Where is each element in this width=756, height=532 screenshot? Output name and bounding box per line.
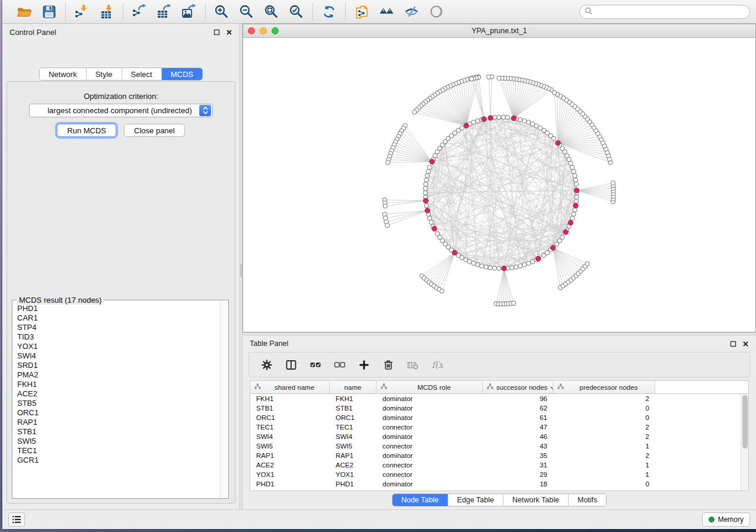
column-header-name[interactable]: name [330, 381, 377, 393]
column-header-MCDS-role[interactable]: MCDS role [377, 381, 483, 393]
window-maximize-button[interactable] [272, 27, 279, 34]
zoom-fit-icon[interactable] [263, 4, 280, 20]
tab-edge-table[interactable]: Edge Table [448, 494, 503, 506]
optimization-criterion-dropdown[interactable]: largest connected component (undirected) [29, 104, 213, 117]
show-graphics-details-icon[interactable] [428, 4, 445, 20]
hide-graphics-details-icon[interactable] [403, 4, 420, 20]
table-row-RAP1[interactable]: RAP1RAP1dominator352 [250, 451, 741, 460]
deselect-all-icon[interactable] [333, 358, 347, 372]
mcds-node[interactable] [452, 250, 458, 255]
mcds-node[interactable] [425, 208, 430, 213]
tab-network[interactable]: Network [40, 68, 87, 80]
mcds-result-item[interactable]: STB1 [17, 427, 220, 437]
mcds-node[interactable] [563, 230, 569, 235]
mcds-node[interactable] [556, 140, 561, 146]
tab-mcds[interactable]: MCDS [162, 68, 202, 80]
open-folder-icon[interactable] [16, 4, 33, 20]
table-row-SWI4[interactable]: SWI4SWI4dominator462 [250, 432, 741, 441]
zoom-out-icon[interactable] [238, 4, 255, 20]
export-network-icon[interactable] [131, 4, 148, 20]
mcds-result-item[interactable]: ACE2 [17, 389, 220, 399]
mcds-node[interactable] [568, 220, 573, 226]
column-header-predecessor-nodes[interactable]: predecessor nodes [553, 381, 655, 393]
mcds-result-item[interactable]: SWI5 [17, 437, 220, 446]
mcds-list-scrollbar[interactable] [220, 301, 228, 498]
save-icon[interactable] [41, 4, 58, 20]
mcds-result-item[interactable]: GCR1 [17, 456, 220, 465]
table-row-ORC1[interactable]: ORC1ORC1dominator610 [250, 413, 741, 422]
mcds-result-item[interactable]: PMA2 [17, 370, 220, 380]
mcds-node[interactable] [481, 117, 487, 122]
tab-node-table[interactable]: Node Table [393, 494, 448, 506]
mcds-node[interactable] [511, 116, 516, 121]
mcds-node[interactable] [488, 116, 493, 121]
zoom-selected-icon[interactable] [288, 4, 305, 20]
mcds-result-item[interactable]: CAR1 [17, 313, 220, 323]
network-window-titlebar[interactable]: YPA_prune.txt_1 [243, 24, 755, 38]
tab-style[interactable]: Style [87, 68, 122, 80]
mcds-node[interactable] [432, 226, 437, 232]
export-image-icon[interactable] [181, 4, 197, 20]
mcds-result-item[interactable]: ORC1 [17, 408, 220, 418]
zoom-in-icon[interactable] [213, 4, 230, 20]
column-header-shared-name[interactable]: shared name [250, 381, 330, 393]
table-row-SWI5[interactable]: SWI5SWI5connector431 [250, 441, 741, 451]
select-all-icon[interactable] [308, 358, 323, 372]
window-close-button[interactable] [248, 27, 255, 34]
search-network-icon[interactable] [378, 4, 395, 20]
mcds-node[interactable] [550, 245, 556, 251]
export-table-icon[interactable] [156, 4, 173, 20]
close-panel-button[interactable]: Close panel [124, 124, 185, 137]
column-header-successor-nodes[interactable]: successor nodes [483, 381, 553, 393]
mcds-node[interactable] [573, 203, 579, 209]
memory-button[interactable]: Memory [702, 512, 750, 527]
table-row-TEC1[interactable]: TEC1TEC1connector472 [250, 422, 741, 432]
import-network-icon[interactable] [74, 4, 90, 20]
columns-icon[interactable] [284, 358, 298, 372]
close-table-panel-icon[interactable] [742, 340, 749, 347]
table-scrollbar[interactable] [741, 394, 748, 491]
mcds-result-item[interactable]: PHD1 [17, 304, 220, 313]
mcds-result-item[interactable]: STB5 [17, 399, 220, 408]
mcds-node[interactable] [502, 266, 507, 271]
network-from-selection-icon[interactable] [353, 4, 370, 20]
scrollbar-thumb[interactable] [742, 395, 748, 448]
float-panel-icon[interactable] [213, 28, 220, 36]
window-minimize-button[interactable] [260, 27, 267, 34]
mcds-node[interactable] [536, 256, 541, 261]
task-history-button[interactable] [8, 512, 25, 527]
mcds-result-item[interactable]: TID3 [17, 332, 220, 342]
table-row-STB1[interactable]: STB1STB1dominator620 [250, 403, 741, 413]
run-mcds-button[interactable]: Run MCDS [57, 124, 116, 137]
tab-motifs[interactable]: Motifs [569, 494, 606, 506]
tab-select[interactable]: Select [122, 68, 162, 80]
mcds-result-item[interactable]: SWI4 [17, 351, 220, 361]
delete-row-icon[interactable] [381, 358, 395, 372]
float-table-panel-icon[interactable] [729, 340, 736, 347]
mcds-result-item[interactable]: YOX1 [17, 342, 220, 351]
mcds-node[interactable] [574, 188, 579, 193]
mcds-node[interactable] [429, 159, 435, 165]
splitter-grip[interactable] [240, 264, 242, 277]
mcds-result-item[interactable]: TEC1 [17, 446, 220, 456]
network-canvas[interactable] [243, 38, 755, 332]
table-row-PHD1[interactable]: PHD1PHD1dominator180 [250, 479, 741, 489]
search-box[interactable] [579, 5, 750, 19]
network-graph[interactable] [243, 38, 755, 332]
mcds-node[interactable] [464, 123, 469, 129]
search-input[interactable] [595, 8, 745, 16]
mcds-result-item[interactable]: SRD1 [17, 361, 220, 370]
add-row-icon[interactable] [357, 358, 371, 372]
close-panel-icon[interactable] [225, 28, 232, 36]
import-table-icon[interactable] [98, 4, 115, 20]
mcds-node[interactable] [423, 198, 429, 204]
gear-icon[interactable] [260, 358, 274, 372]
tab-network-table[interactable]: Network Table [503, 494, 569, 506]
mcds-result-item[interactable]: STP4 [17, 323, 220, 332]
table-row-YOX1[interactable]: YOX1YOX1connector291 [250, 470, 741, 479]
mcds-result-item[interactable]: FKH1 [17, 380, 220, 389]
table-row-ACE2[interactable]: ACE2ACE2connector311 [250, 460, 741, 470]
refresh-icon[interactable] [321, 4, 337, 20]
table-row-FKH1[interactable]: FKH1FKH1dominator962 [250, 394, 741, 403]
mcds-result-item[interactable]: RAP1 [17, 418, 220, 427]
